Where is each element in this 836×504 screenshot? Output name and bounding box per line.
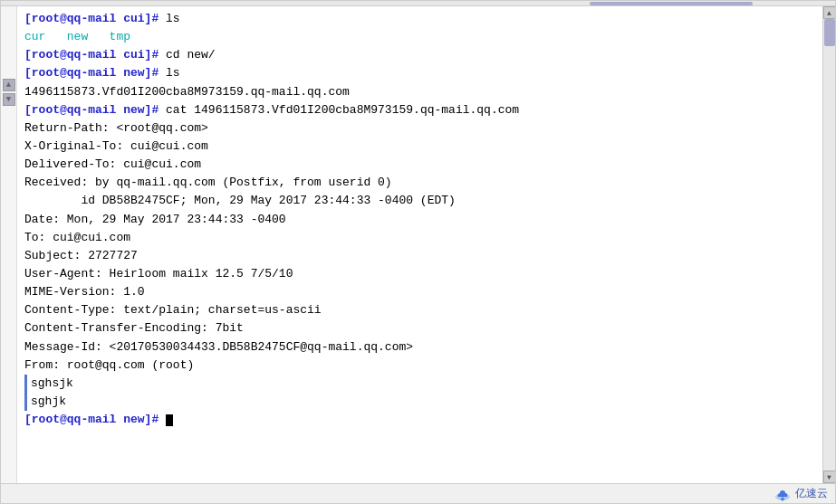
prompt-prefix: [root@qq-mail cui]# xyxy=(24,12,166,25)
cursor xyxy=(166,414,173,426)
terminal-line: Received: by qq-mail.qq.com (Postfix, fr… xyxy=(24,174,815,192)
terminal-line: To: cui@cui.com xyxy=(24,229,815,247)
command-text: ls xyxy=(166,12,180,25)
prompt-prefix: [root@qq-mail new]# xyxy=(24,66,166,80)
horizontal-scrollbar-thumb[interactable] xyxy=(590,2,753,5)
scroll-thumb[interactable] xyxy=(824,19,835,46)
terminal-line: Return-Path: <root@qq.com> xyxy=(24,119,815,138)
accented-line: sghjk xyxy=(24,393,815,411)
terminal-line: From: root@qq.com (root) xyxy=(24,357,815,375)
terminal-line: Date: Mon, 29 May 2017 23:44:33 -0400 xyxy=(24,211,815,229)
terminal-line: Content-Transfer-Encoding: 7bit xyxy=(24,319,815,338)
terminal-line: [root@qq-mail cui]# cd new/ xyxy=(24,46,815,64)
command-text: ls xyxy=(166,66,180,80)
terminal-line: User-Agent: Heirloom mailx 12.5 7/5/10 xyxy=(24,265,815,283)
command-text: cat 1496115873.Vfd01I200cba8M973159.qq-m… xyxy=(166,103,519,117)
terminal-line: 1496115873.Vfd01I200cba8M973159.qq-mail.… xyxy=(24,83,815,101)
terminal-line: Message-Id: <20170530034433.DB58B2475CF@… xyxy=(24,338,815,357)
terminal-line: [root@qq-mail new]# cat 1496115873.Vfd01… xyxy=(24,101,815,119)
terminal-line: [root@qq-mail new]# ls xyxy=(24,64,815,82)
gutter-arrow-up[interactable]: ▲ xyxy=(3,79,15,91)
brand-logo: 亿速云 xyxy=(774,485,828,503)
scroll-track[interactable] xyxy=(823,19,835,471)
accented-line: sghsjk xyxy=(24,375,815,393)
prompt-prefix: [root@qq-mail cui]# xyxy=(24,48,166,62)
terminal-line: MIME-Version: 1.0 xyxy=(24,283,815,301)
bottom-bar: 亿速云 xyxy=(1,483,835,503)
terminal-body: ▲ ▼ [root@qq-mail cui]# lscur new tmp[ro… xyxy=(1,6,835,483)
terminal-content[interactable]: [root@qq-mail cui]# lscur new tmp[root@q… xyxy=(17,6,822,483)
terminal-line: [root@qq-mail cui]# ls xyxy=(24,10,815,28)
terminal-line: cur new tmp xyxy=(24,28,815,46)
scroll-up-button[interactable]: ▲ xyxy=(823,6,836,19)
terminal-line: Delivered-To: cui@cui.com xyxy=(24,156,815,174)
gutter-arrow-down[interactable]: ▼ xyxy=(3,93,15,106)
scroll-down-button[interactable]: ▼ xyxy=(823,471,836,483)
brand-name: 亿速云 xyxy=(795,486,828,501)
terminal-line: Subject: 2727727 xyxy=(24,247,815,265)
prompt-prefix: [root@qq-mail new]# xyxy=(24,413,166,426)
terminal-line: id DB58B2475CF; Mon, 29 May 2017 23:44:3… xyxy=(24,192,815,210)
cloud-icon xyxy=(774,485,792,503)
left-gutter: ▲ ▼ xyxy=(1,6,17,483)
terminal-line: Content-Type: text/plain; charset=us-asc… xyxy=(24,301,815,319)
vertical-scrollbar[interactable]: ▲ ▼ xyxy=(822,6,835,483)
command-text: cd new/ xyxy=(166,48,216,62)
terminal-window: ▲ ▼ [root@qq-mail cui]# lscur new tmp[ro… xyxy=(0,0,836,504)
prompt-prefix: [root@qq-mail new]# xyxy=(24,103,166,117)
terminal-line: [root@qq-mail new]# xyxy=(24,411,815,429)
terminal-line: X-Original-To: cui@cui.com xyxy=(24,138,815,156)
